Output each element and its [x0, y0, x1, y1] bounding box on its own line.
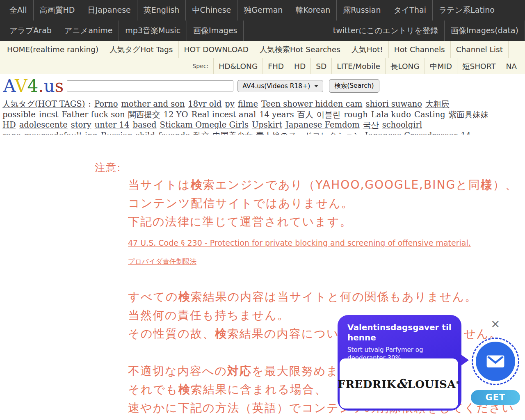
hot-tag-link[interactable]: 中国美少女 — [212, 131, 253, 135]
hot-tag-link[interactable]: 12 YO — [164, 110, 188, 119]
search-button[interactable]: 検索(Search) — [329, 79, 379, 93]
subnav-row1: HOME(realtime ranking)人気タグHot TagsHOT DO… — [0, 41, 525, 58]
hot-tag-link[interactable]: 18yr old — [188, 99, 221, 109]
us-code-link[interactable]: 47 U.S. Code § 230 - Protection for priv… — [128, 238, 471, 247]
spec-filter-item[interactable]: 長LONG — [385, 58, 425, 74]
subnav-item[interactable]: Channel List — [451, 41, 509, 58]
spec-filter-item[interactable]: HD — [289, 58, 310, 74]
ad-brand-card[interactable]: FREDRIK&LOUISA® — [340, 358, 458, 409]
hot-tag-link[interactable]: Japanese Crossdresser — [365, 131, 458, 135]
hot-tag-link[interactable]: 関西援交 — [128, 110, 160, 119]
notice-paragraph-1: 当サイトは検索エンジンであり（YAHOO,GOOGLE,BINGと同様）、コンテ… — [128, 176, 518, 231]
category-nav-item[interactable]: アニメanime — [58, 21, 119, 41]
subnav-item[interactable]: 人気タグHot Tags — [104, 41, 178, 58]
hot-tag-link[interactable]: Real incest anal — [191, 110, 256, 119]
hot-tag-link[interactable]: 국산 — [363, 120, 379, 130]
chevron-down-icon — [314, 85, 318, 87]
ad-popup[interactable]: Valentinsdagsgaver til henne Stort utval… — [338, 315, 461, 411]
get-button[interactable]: GET — [471, 390, 520, 405]
hot-tag-link[interactable]: Stickam Omegle Girls — [160, 120, 249, 130]
language-nav-item[interactable]: 高画質HD — [34, 0, 82, 21]
hot-tag-link[interactable]: 大粗屄 — [425, 99, 450, 109]
subnav-item[interactable]: Hot Channels — [389, 41, 451, 58]
category-nav-item[interactable]: mp3音楽Music — [119, 21, 187, 41]
hot-tags-colon: : — [88, 99, 91, 109]
hot-tag-link[interactable]: story — [71, 120, 91, 130]
hot-tag-link[interactable]: Father fuck son — [62, 110, 125, 119]
subnav-item[interactable]: 人気検索Hot Searches — [254, 41, 346, 58]
topnav-spacer — [244, 21, 326, 41]
sub-nav: HOME(realtime ranking)人気タグHot TagsHOT DO… — [0, 41, 525, 74]
notice-label: 注意: — [95, 161, 121, 174]
topnav-row1: 全All高画質HD日Japanese英English中Chinese独Germa… — [0, 0, 525, 21]
ad-arrow-pointer — [461, 354, 469, 366]
hot-tag-link[interactable]: py — [225, 99, 235, 109]
hot-tag-link[interactable]: filme — [238, 99, 258, 109]
hot-tag-link[interactable]: adolescente — [19, 120, 68, 130]
subnav-item[interactable]: HOT DOWNLOAD — [179, 41, 254, 58]
spec-list: HD&LONGFHDHDSDLITE/Mobile長LONG中MID短SHORT… — [213, 58, 522, 74]
hot-tag-link[interactable]: possible — [2, 110, 36, 119]
category-nav-item[interactable]: 画像Images — [187, 21, 244, 41]
hot-tag-link[interactable]: Russian child — [101, 131, 155, 135]
hot-tag-link[interactable]: incst — [39, 110, 59, 119]
hot-tag-link[interactable]: Lala kudo — [371, 110, 411, 119]
subnav-item[interactable]: HOME(realtime ranking) — [2, 41, 104, 58]
hot-tag-link[interactable]: Teen shower hidden cam — [261, 99, 362, 109]
hot-tag-link[interactable]: Porno — [94, 99, 118, 109]
logo-letter: . — [38, 76, 43, 96]
email-cta-button[interactable] — [472, 338, 519, 385]
email-circle — [476, 342, 515, 381]
language-nav-item[interactable]: 英English — [137, 0, 186, 21]
spec-filter-item[interactable]: FHD — [262, 58, 289, 74]
hot-tag-link[interactable]: Casting — [414, 110, 445, 119]
provider-law-link[interactable]: プロバイダ責任制限法 — [128, 257, 196, 266]
spec-filter-item[interactable]: HD&LONG — [213, 58, 262, 74]
hot-tag-link[interactable]: 이블린 — [317, 110, 341, 119]
subnav-spec-row: Spec: HD&LONGFHDHDSDLITE/Mobile長LONG中MID… — [0, 58, 525, 74]
utility-nav-item[interactable]: 画像Images(data) — [445, 21, 525, 41]
spec-filter-item[interactable]: 短SHORT — [457, 58, 501, 74]
hot-tag-link[interactable]: rough — [344, 110, 368, 119]
spec-filter-item[interactable]: 中MID — [425, 58, 457, 74]
hot-tag-link[interactable]: unter 14 — [95, 120, 130, 130]
language-nav-item[interactable]: 中Chinese — [186, 0, 237, 21]
notice-line: コンテンツ配信サイトではありません。 — [128, 194, 518, 212]
language-nav-item[interactable]: 露Russian — [337, 0, 387, 21]
spec-filter-item[interactable]: NA — [501, 58, 522, 74]
hot-tag-link[interactable]: HD — [2, 120, 16, 130]
hot-tag-link[interactable]: based — [132, 120, 156, 130]
hot-tag-link[interactable]: 乱交 — [193, 131, 209, 135]
subnav-item[interactable]: 人気Hot! — [346, 41, 389, 58]
category-nav-item[interactable]: アラブArab — [3, 21, 58, 41]
language-nav-item[interactable]: タイThai — [387, 0, 432, 21]
envelope-icon — [484, 350, 507, 372]
topnav-row2-left: アラブArabアニメanimemp3音楽Music画像Images — [3, 21, 244, 41]
notice-line: 当サイトは検索エンジンであり（YAHOO,GOOGLE,BINGと同様）、 — [128, 176, 518, 194]
language-nav-item[interactable]: 韓Korean — [289, 0, 337, 21]
language-nav-item[interactable]: ラテン系Latino — [433, 0, 501, 21]
hot-tag-link[interactable]: 14 years — [259, 110, 294, 119]
language-nav-item[interactable]: 日Japanese — [81, 0, 137, 21]
site-logo: AV4.us — [3, 78, 64, 95]
hot-tag-link[interactable]: mother and son — [121, 99, 185, 109]
hot-tag-link[interactable]: shiori suwano — [366, 99, 422, 109]
hot-tag-link[interactable]: fazendo — [158, 131, 190, 135]
search-scope-select[interactable]: AV4.us(Videos R18+) — [237, 80, 323, 92]
logo-letter: 4 — [27, 76, 39, 96]
hot-tag-link[interactable]: 素人娘のヌードコレクション — [256, 131, 362, 135]
hot-tag-link[interactable]: Upskirt — [252, 120, 282, 130]
registered-mark: ® — [456, 380, 460, 385]
hot-tag-link[interactable]: 百人 — [297, 110, 313, 119]
hot-tag-link[interactable]: 紫面具妹妹 — [449, 110, 489, 119]
language-nav-item[interactable]: 全All — [3, 0, 34, 21]
hot-tag-link[interactable]: maxresdefault.jpg — [24, 131, 98, 135]
spec-filter-item[interactable]: SD — [310, 58, 331, 74]
search-input[interactable] — [67, 80, 233, 91]
close-icon[interactable]: × — [491, 318, 500, 330]
utility-nav-item[interactable]: twitterにこのエントリを登録 — [327, 21, 445, 41]
hot-tags-label-link[interactable]: 人気タグ(HOT TAGS) — [2, 99, 85, 109]
spec-filter-item[interactable]: LITE/Mobile — [331, 58, 385, 74]
language-nav-item[interactable]: 独German — [237, 0, 289, 21]
hot-tag-link[interactable]: Japanese Femdom — [285, 120, 360, 130]
